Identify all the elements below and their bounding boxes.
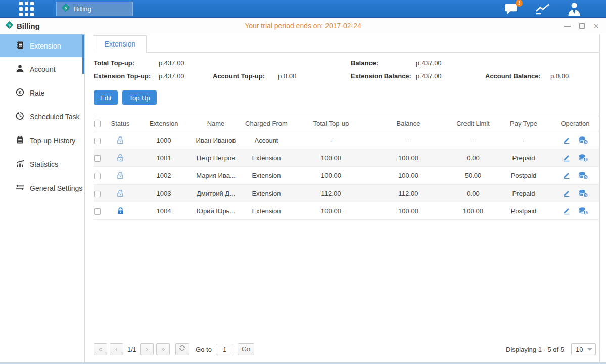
extension-name: Петр Петров: [195, 154, 237, 162]
svg-text:$: $: [584, 193, 586, 197]
operation-cell: $: [551, 135, 599, 144]
page-size-select[interactable]: 10: [571, 343, 596, 355]
maximize-button[interactable]: [579, 23, 585, 29]
summary-total-topup: Total Top-up: p.437.00: [94, 59, 213, 67]
edit-button[interactable]: Edit: [94, 90, 118, 105]
go-button[interactable]: Go: [238, 343, 254, 355]
topup-coins-icon[interactable]: $: [579, 135, 588, 144]
scheduled-task-icon: [16, 112, 24, 122]
tab-extension[interactable]: Extension: [94, 35, 147, 53]
window-titlebar: $ Billing Your trial period ends on: 201…: [0, 18, 606, 34]
row-checkbox-cell: [94, 171, 108, 179]
page-indicator: 1/1: [127, 346, 136, 353]
prev-page-button[interactable]: ‹: [110, 343, 123, 355]
sidebar-item-account[interactable]: Account: [0, 57, 84, 81]
row-checkbox[interactable]: [94, 191, 101, 197]
main-panel: Extension Total Top-up: p.437.00 Balance…: [85, 34, 606, 364]
row-checkbox[interactable]: [94, 173, 101, 179]
topup-coins-icon[interactable]: $: [579, 206, 588, 215]
extension-icon: [16, 41, 24, 51]
summary-value: p.437.00: [416, 59, 442, 67]
displaying-text: Displaying 1 - 5 of 5: [506, 346, 564, 353]
table-row: 1000Иван ИвановAccount----$: [94, 131, 599, 149]
summary-label: Extension Top-up:: [94, 72, 159, 80]
row-checkbox[interactable]: [94, 138, 101, 144]
credit-limit-value: 0.00: [450, 154, 496, 162]
edit-icon[interactable]: [563, 189, 571, 197]
edit-icon[interactable]: [563, 206, 571, 215]
close-button[interactable]: ×: [593, 23, 599, 30]
notifications-icon[interactable]: !: [504, 3, 519, 15]
sidebar-item-scheduled-task[interactable]: Scheduled Task: [0, 105, 84, 128]
last-page-button[interactable]: »: [156, 343, 170, 355]
top-up-button[interactable]: Top Up: [122, 90, 156, 105]
status-unlocked-icon[interactable]: [108, 135, 133, 144]
statistics-icon: [16, 159, 24, 169]
sidebar-item-rate[interactable]: $ Rate: [0, 81, 84, 105]
sidebar-label: General Settings: [30, 184, 82, 192]
credit-limit-value: 50.00: [450, 172, 496, 179]
total-topup-value: 100.00: [296, 207, 366, 215]
charged-from: Extension: [237, 190, 296, 197]
extension-number: 1001: [133, 154, 195, 162]
row-checkbox-cell: [94, 154, 108, 161]
row-checkbox-cell: [94, 136, 108, 144]
edit-icon[interactable]: [563, 171, 571, 179]
resource-monitor-icon[interactable]: [535, 3, 551, 16]
col-balance: Balance: [366, 120, 450, 127]
sidebar-item-general-settings[interactable]: General Settings: [0, 176, 84, 200]
operation-cell: $: [551, 171, 599, 179]
billing-app-window: $ Billing ! $ Billing Your trial period …: [0, 0, 606, 364]
toolbar: Edit Top Up: [94, 90, 599, 105]
total-topup-value: -: [296, 136, 366, 144]
table-row: 1003Дмитрий Д...Extension112.00112.000.0…: [94, 185, 599, 202]
row-checkbox[interactable]: [94, 155, 101, 162]
credit-limit-value: -: [450, 136, 496, 144]
summary-label: Total Top-up:: [94, 59, 159, 67]
extension-table: Status Extension Name Charged From Total…: [94, 116, 599, 220]
summary-label: Extension Balance:: [351, 72, 416, 80]
status-locked-icon[interactable]: [108, 206, 133, 215]
sidebar-label: Statistics: [30, 160, 58, 168]
extension-table-body: 1000Иван ИвановAccount----$1001Петр Петр…: [94, 131, 599, 220]
sidebar-item-extension[interactable]: Extension: [0, 34, 84, 57]
topup-coins-icon[interactable]: $: [579, 189, 588, 197]
sidebar: Extension Account $ Rate Scheduled Task …: [0, 34, 85, 364]
extension-name: Дмитрий Д...: [195, 190, 237, 197]
window-title: Billing: [17, 22, 40, 30]
topup-coins-icon[interactable]: $: [579, 171, 588, 179]
col-extension: Extension: [133, 120, 195, 127]
col-credit-limit: Credit Limit: [450, 120, 496, 127]
goto-label: Go to: [196, 346, 212, 353]
table-row: 1004Юрий Юрь...Extension100.00100.00100.…: [94, 202, 599, 220]
first-page-button[interactable]: «: [94, 343, 107, 355]
sidebar-scrollbar-thumb[interactable]: [82, 35, 84, 74]
edit-icon[interactable]: [563, 135, 571, 144]
status-unlocked-icon[interactable]: [108, 153, 133, 162]
select-all-checkbox[interactable]: [94, 121, 101, 127]
goto-page-input[interactable]: [216, 344, 234, 355]
status-unlocked-icon[interactable]: [108, 171, 133, 179]
sidebar-item-statistics[interactable]: Statistics: [0, 152, 84, 176]
credit-limit-value: 0.00: [450, 190, 496, 197]
svg-text:$: $: [584, 140, 586, 144]
sidebar-item-topup-history[interactable]: Top-up History: [0, 128, 84, 152]
extension-number: 1003: [133, 190, 195, 197]
balance-value: 112.00: [366, 190, 450, 197]
edit-icon[interactable]: [563, 153, 571, 162]
user-account-icon[interactable]: [567, 2, 582, 16]
minimize-button[interactable]: [564, 26, 571, 27]
panel-right-edge: [599, 34, 600, 362]
refresh-button[interactable]: [175, 343, 189, 355]
general-settings-icon: [16, 183, 24, 193]
row-checkbox[interactable]: [94, 208, 101, 215]
status-unlocked-icon[interactable]: [108, 189, 133, 197]
charged-from: Extension: [237, 207, 296, 215]
app-grid-icon[interactable]: [19, 2, 34, 16]
taskbar-tab-billing[interactable]: $ Billing: [56, 2, 133, 16]
col-name: Name: [195, 120, 237, 127]
next-page-button[interactable]: ›: [140, 343, 154, 355]
extension-name: Мария Ива...: [195, 172, 237, 179]
topup-coins-icon[interactable]: $: [579, 153, 588, 162]
total-topup-value: 100.00: [296, 172, 366, 179]
